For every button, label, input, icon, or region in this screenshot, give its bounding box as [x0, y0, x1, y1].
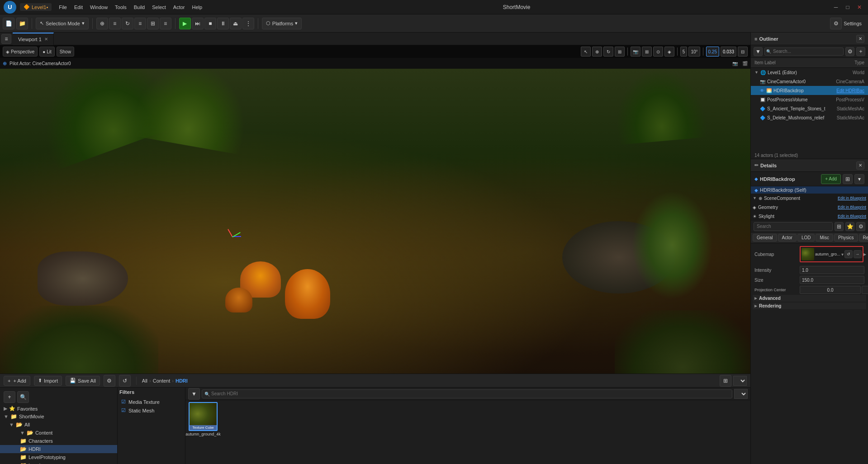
outliner-postprocess[interactable]: 🔲 PostProcessVolume PostProcessV	[751, 95, 868, 104]
intensity-input[interactable]	[800, 266, 864, 274]
levels-item[interactable]: 📁 Levels	[0, 461, 117, 464]
add-component-button[interactable]: + Add	[821, 174, 841, 184]
scale-settings-button[interactable]: ≡	[160, 18, 171, 29]
menu-build[interactable]: Build	[134, 5, 145, 10]
stop-button[interactable]: ■	[204, 18, 216, 29]
rotate-settings-button[interactable]: ≡	[134, 18, 146, 29]
tab-misc[interactable]: Misc	[816, 234, 833, 241]
refresh-button-cb[interactable]: ↺	[119, 375, 131, 387]
scene-comp-link[interactable]: Edit in Blueprint	[838, 196, 866, 200]
save-all-button[interactable]: 💾 Save All	[66, 376, 100, 386]
open-level-button[interactable]: 📁	[16, 18, 28, 29]
menu-tools[interactable]: Tools	[115, 5, 127, 10]
filter-options-button[interactable]: ▼	[188, 388, 200, 400]
component-view-button[interactable]: ⊞	[843, 174, 853, 184]
scene-component-row[interactable]: ▼ ⊕ SceneComponent Edit in Blueprint	[751, 194, 868, 203]
filter-static-mesh[interactable]: ☑ Static Mesh	[119, 406, 183, 415]
details-table-view[interactable]: ⊞	[835, 222, 844, 231]
menu-window[interactable]: Window	[90, 5, 108, 10]
play-button[interactable]: ▶	[179, 18, 191, 29]
favorites-item[interactable]: ▶ ⭐ Favorites	[0, 405, 117, 412]
selection-mode-button[interactable]: ↖ Selection Mode ▾	[36, 18, 89, 29]
rotate-button[interactable]: ↻	[122, 18, 133, 29]
component-options-button[interactable]: ▾	[854, 174, 864, 184]
outliner-settings-button[interactable]: ⚙	[845, 47, 854, 56]
import-button[interactable]: ⬆ Import	[34, 376, 62, 386]
viewport-perspective-button[interactable]: ◈ Perspective	[3, 47, 38, 57]
vp-select-icon[interactable]: ↖	[581, 47, 591, 57]
translate-button[interactable]: ⊕	[96, 18, 108, 29]
play-options-button[interactable]: ⋮	[242, 18, 254, 29]
outliner-filter-button[interactable]: ▼	[754, 47, 763, 56]
outliner-add-button[interactable]: +	[856, 47, 865, 56]
details-close-button[interactable]: ✕	[856, 161, 864, 170]
close-button[interactable]: ✕	[854, 2, 864, 12]
all-item[interactable]: ▼ 📂 All	[5, 421, 117, 429]
size-input[interactable]	[800, 276, 864, 284]
viewport-tab-close[interactable]: ✕	[44, 37, 48, 42]
search-type-dropdown[interactable]	[734, 389, 748, 399]
tab-physics[interactable]: Physics	[834, 234, 858, 241]
hdribackdrop-self-row[interactable]: ◆ HDRIBackdrop (Self)	[751, 186, 868, 194]
vp-angle-control[interactable]: 10°	[688, 47, 700, 57]
vp-scale-icon[interactable]: ⊞	[615, 47, 625, 57]
outliner-hdribackdrop[interactable]: 👁 🌅 HDRIBackdrop Edit HDRIBac	[751, 86, 868, 95]
path-content[interactable]: Content	[153, 378, 171, 384]
step-button[interactable]: ⏭	[192, 18, 204, 29]
details-search-input[interactable]	[754, 222, 833, 231]
projection-y-input[interactable]	[862, 286, 868, 294]
viewport-menu-button[interactable]: ≡	[1, 34, 11, 44]
outliner-close-button[interactable]: ✕	[856, 35, 864, 43]
menu-actor[interactable]: Actor	[173, 5, 185, 10]
rendering-section[interactable]: ▶ Rendering	[753, 303, 866, 309]
eject-button[interactable]: ⏏	[230, 18, 242, 29]
level-indicator[interactable]: 🔶 Level1•	[20, 3, 52, 11]
content-item[interactable]: ▼ 📂 Content	[5, 429, 117, 437]
vp-rotate-icon[interactable]: ↻	[603, 47, 613, 57]
vp-snap-icon[interactable]: ⊙	[653, 47, 663, 57]
level-prototyping-item[interactable]: 📁 LevelPrototyping	[0, 453, 117, 461]
menu-select[interactable]: Select	[152, 5, 166, 10]
details-favorite[interactable]: ⭐	[845, 222, 854, 231]
pilot-cam-button[interactable]: 📷	[732, 61, 738, 66]
viewport-tab-1[interactable]: Viewport 1 ✕	[13, 33, 54, 45]
outliner-search-input[interactable]	[764, 47, 844, 56]
geometry-row[interactable]: ◈ Geometry Edit in Blueprint	[751, 203, 868, 212]
search-input[interactable]	[202, 389, 732, 398]
cubemap-asset-picker[interactable]: autumn_gro... ▾ ↺ →	[800, 246, 863, 262]
path-hdri[interactable]: HDRI	[175, 378, 188, 384]
vp-num1[interactable]: 5	[680, 47, 688, 57]
pause-button[interactable]: ⏸	[217, 18, 229, 29]
cubemap-browse-button[interactable]: ↺	[844, 250, 853, 258]
scale-button[interactable]: ⊞	[147, 18, 159, 29]
restore-button[interactable]: □	[843, 2, 853, 12]
projection-x-input[interactable]	[800, 286, 861, 294]
tab-rendering[interactable]: Rendering	[859, 234, 868, 241]
path-all[interactable]: All	[142, 378, 147, 384]
sort-dropdown[interactable]	[733, 376, 747, 386]
tab-general[interactable]: General	[753, 234, 777, 241]
cubemap-open-button[interactable]: →	[854, 250, 862, 258]
pilot-camera-icon[interactable]: 🎬	[742, 61, 748, 66]
outliner-mushrooms[interactable]: 🔷 S_Delete_Mushrooms_relief StaticMeshAc	[751, 113, 868, 122]
viewport-lit-button[interactable]: ● Lit	[39, 47, 55, 57]
outliner-ancient-temple[interactable]: 🔷 S_Ancient_Temple_Stones_t StaticMeshAc	[751, 104, 868, 113]
details-more[interactable]: ⚙	[856, 222, 865, 231]
minimize-button[interactable]: ─	[831, 2, 841, 12]
skylight-link[interactable]: Edit in Blueprint	[838, 214, 866, 218]
advanced-section[interactable]: ▶ Advanced	[753, 295, 866, 302]
vp-grid-icon[interactable]: ⊞	[642, 47, 652, 57]
settings-button-cb[interactable]: ⚙	[104, 375, 115, 387]
snap-settings-button[interactable]: ≡	[109, 18, 121, 29]
sources-add-button[interactable]: +	[4, 391, 15, 403]
new-level-button[interactable]: 📄	[3, 18, 14, 29]
menu-edit[interactable]: Edit	[74, 5, 83, 10]
outliner-cinecamera[interactable]: 📷 CineCameraActor0 CineCameraA	[751, 77, 868, 86]
tab-lod[interactable]: LOD	[797, 234, 815, 241]
add-button[interactable]: + + Add	[4, 376, 30, 386]
asset-autumn-ground[interactable]: Texture Cube autumn_ground_4k	[187, 402, 219, 437]
skylight-row[interactable]: ☀ Skylight Edit in Blueprint	[751, 212, 868, 221]
outliner-level1[interactable]: ▼ 🌐 Level1 (Editor) World	[751, 68, 868, 77]
vp-translate-icon[interactable]: ⊕	[592, 47, 602, 57]
filter-media-texture[interactable]: ☑ Media Texture	[119, 398, 183, 406]
